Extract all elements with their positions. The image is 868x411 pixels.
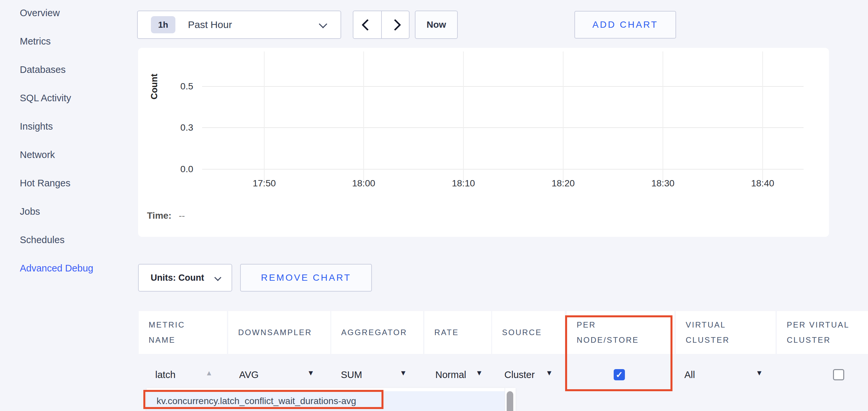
- time-value: --: [179, 210, 185, 221]
- x-tick-1840: 18:40: [740, 178, 786, 189]
- triangle-down-icon: ▼: [476, 369, 483, 377]
- sidebar-item-overview[interactable]: Overview: [20, 6, 60, 20]
- gridline: [662, 52, 663, 181]
- gridline: [202, 169, 804, 170]
- chevron-down-icon: [319, 20, 327, 28]
- gridline: [202, 127, 804, 128]
- time-range-label: Past Hour: [188, 19, 232, 30]
- units-dropdown-label: Units: Count: [151, 273, 204, 283]
- triangle-down-icon: ▼: [546, 369, 553, 377]
- gridline: [363, 52, 364, 181]
- x-tick-1830: 18:30: [640, 178, 686, 189]
- column-header-per-node-store: PER NODE/STORE: [567, 311, 675, 354]
- column-header-downsampler: DOWNSAMPLER: [228, 311, 330, 354]
- gridline: [762, 52, 763, 181]
- metric-suggestion-label: kv.concurrency.latch_conflict_wait_durat…: [157, 396, 356, 406]
- virtual-cluster-select[interactable]: All: [684, 366, 695, 384]
- sidebar-item-advanced-debug[interactable]: Advanced Debug: [20, 262, 93, 275]
- sidebar-item-sql-activity[interactable]: SQL Activity: [20, 91, 71, 105]
- per-node-store-checkbox[interactable]: ✓: [614, 369, 625, 380]
- column-header-source: SOURCE: [492, 311, 565, 354]
- rate-select[interactable]: Normal: [435, 366, 466, 384]
- column-header-virtual-cluster: VIRTUAL CLUSTER: [676, 311, 776, 354]
- chart-panel: [138, 48, 829, 237]
- hover-time-readout: Time:--: [147, 210, 185, 221]
- aggregator-select[interactable]: SUM: [341, 366, 362, 384]
- next-interval-button[interactable]: [381, 11, 409, 38]
- previous-interval-button[interactable]: [353, 11, 381, 38]
- advanced-debug-custom-chart-page: Overview Metrics Databases SQL Activity …: [0, 0, 868, 411]
- time-step-buttons: [353, 10, 409, 39]
- gridline: [563, 52, 563, 181]
- column-header-aggregator: AGGREGATOR: [331, 311, 423, 354]
- x-tick-1800: 18:00: [341, 178, 387, 189]
- sidebar-item-network[interactable]: Network: [20, 148, 55, 161]
- gridline: [463, 52, 464, 181]
- divider: [381, 11, 382, 38]
- gridline: [202, 86, 804, 87]
- remove-chart-button[interactable]: REMOVE CHART: [240, 264, 372, 292]
- sidebar-item-hot-ranges[interactable]: Hot Ranges: [20, 176, 70, 190]
- chevron-down-icon: [214, 274, 221, 281]
- source-select[interactable]: Cluster: [504, 366, 535, 384]
- column-header-metric-name: METRIC NAME: [139, 311, 227, 354]
- x-tick-1820: 18:20: [540, 178, 586, 189]
- x-tick-1750: 17:50: [241, 178, 287, 189]
- triangle-up-icon: ▲: [206, 369, 213, 377]
- triangle-down-icon: ▼: [756, 369, 763, 377]
- sidebar-item-databases[interactable]: Databases: [20, 63, 66, 76]
- y-tick-0-0: 0.0: [167, 164, 193, 174]
- time-range-picker[interactable]: 1h Past Hour: [137, 10, 341, 39]
- y-tick-0-3: 0.3: [167, 123, 193, 133]
- units-dropdown[interactable]: Units: Count: [138, 264, 232, 292]
- y-tick-0-5: 0.5: [167, 81, 193, 92]
- sidebar-item-metrics[interactable]: Metrics: [20, 35, 51, 48]
- gridline: [264, 52, 265, 181]
- triangle-down-icon: ▼: [400, 369, 407, 377]
- add-chart-button[interactable]: ADD CHART: [575, 11, 676, 39]
- checkmark-icon: ✓: [616, 370, 623, 380]
- sidebar-item-insights[interactable]: Insights: [20, 120, 53, 133]
- sidebar-item-jobs[interactable]: Jobs: [20, 205, 40, 218]
- sidebar-item-schedules[interactable]: Schedules: [20, 233, 64, 246]
- per-virtual-cluster-checkbox[interactable]: [833, 369, 844, 380]
- column-header-rate: RATE: [425, 311, 491, 354]
- time-label: Time:: [147, 210, 172, 221]
- chevron-right-icon: [389, 19, 401, 30]
- column-header-per-virtual-cluster: PER VIRTUAL CLUSTER: [777, 311, 868, 354]
- metric-name-input[interactable]: latch: [155, 366, 175, 384]
- time-range-badge: 1h: [151, 16, 175, 33]
- now-button[interactable]: Now: [415, 10, 458, 39]
- triangle-down-icon: ▼: [307, 369, 314, 377]
- dropdown-scrollbar-thumb[interactable]: [507, 391, 513, 411]
- chevron-left-icon: [361, 19, 373, 30]
- downsampler-select[interactable]: AVG: [239, 366, 259, 384]
- x-tick-1810: 18:10: [440, 178, 487, 189]
- chart-y-axis-label: Count: [149, 65, 159, 108]
- metric-suggestion-item[interactable]: kv.concurrency.latch_conflict_wait_durat…: [147, 391, 505, 411]
